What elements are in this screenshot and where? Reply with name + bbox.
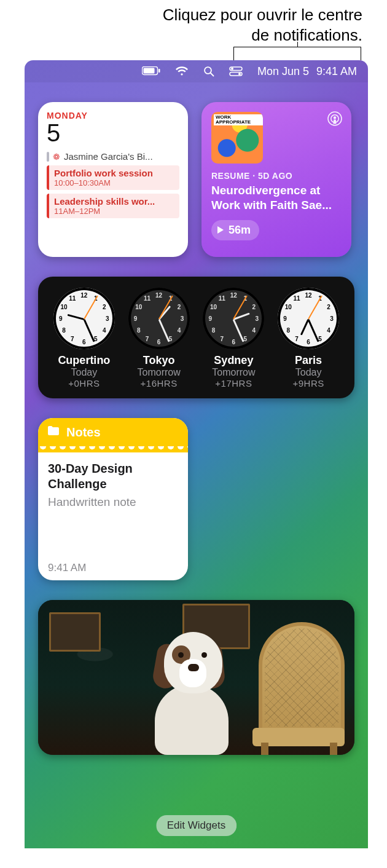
podcasts-app-icon	[327, 111, 343, 129]
event-title: Portfolio work session	[54, 168, 174, 178]
clock-offset-label: +9HRS	[292, 378, 324, 389]
clock-offset-label: +16HRS	[141, 378, 178, 389]
clock-day-label: Tomorrow	[138, 367, 181, 378]
help-caption: Cliquez pour ouvrir le centre de notific…	[0, 0, 387, 47]
clock-face: 123456789101112	[203, 288, 264, 349]
clock-city-label: Cupertino	[58, 354, 110, 367]
photo-wall-frame	[49, 612, 101, 652]
clock-day-label: Today	[71, 367, 98, 378]
podcast-artwork: WORK APPROPRIATE	[211, 112, 263, 164]
clock-day-label: Tomorrow	[212, 367, 255, 378]
world-clock-city: 123456789101112ParisToday+9HRS	[271, 288, 346, 389]
event-title: Leadership skills wor...	[54, 196, 174, 207]
svg-point-11	[334, 116, 336, 119]
callout-line	[233, 47, 361, 60]
spotlight-search-icon[interactable]	[203, 66, 214, 77]
svg-point-8	[238, 73, 241, 75]
event-time: 10:00–10:30AM	[54, 178, 174, 187]
menu-bar-clock[interactable]: Mon Jun 5 9:41 AM	[257, 65, 357, 78]
clock-offset-label: +0HRS	[68, 378, 100, 389]
calendar-event[interactable]: Portfolio work session 10:00–10:30AM	[47, 165, 179, 190]
world-clock-city: 123456789101112CupertinoToday+0HRS	[47, 288, 122, 389]
svg-point-6	[231, 68, 233, 70]
callout-line	[297, 42, 298, 47]
clock-city-label: Tokyo	[143, 354, 175, 367]
calendar-event[interactable]: Leadership skills wor... 11AM–12PM	[47, 194, 179, 218]
wifi-icon[interactable]	[175, 66, 189, 76]
clock-city-label: Sydney	[214, 354, 253, 367]
desktop-screen: Mon Jun 5 9:41 AM MONDAY 5 ❁ Jasmine Gar…	[25, 60, 368, 848]
edit-widgets-label: Edit Widgets	[167, 819, 225, 831]
notes-widget[interactable]: Notes 30-Day Design Challenge Handwritte…	[38, 418, 188, 580]
world-clock-widget[interactable]: 123456789101112CupertinoToday+0HRS123456…	[38, 277, 354, 398]
control-center-icon[interactable]	[229, 66, 243, 76]
caption-line: Cliquez pour ouvrir le centre	[25, 5, 362, 25]
calendar-allday-event: ❁ Jasmine Garcia's Bi...	[47, 151, 179, 162]
notes-header-title: Notes	[66, 425, 101, 440]
event-time: 11AM–12PM	[54, 207, 174, 216]
notes-tear-decoration	[38, 446, 188, 452]
note-title: 30-Day Design Challenge	[48, 461, 178, 492]
svg-point-3	[205, 67, 211, 74]
caption-line: de notifications.	[25, 25, 362, 45]
photo-chair	[244, 626, 348, 755]
battery-icon[interactable]	[142, 66, 160, 76]
clock-offset-label: +17HRS	[215, 378, 252, 389]
clock-face: 123456789101112	[128, 288, 190, 349]
photos-widget[interactable]	[38, 600, 354, 755]
clock-city-label: Paris	[295, 354, 322, 367]
clock-face: 123456789101112	[53, 288, 115, 349]
play-icon	[217, 226, 224, 234]
notes-folder-icon	[47, 425, 60, 440]
event-color-dot	[47, 152, 49, 162]
svg-line-4	[211, 73, 214, 76]
event-title: Jasmine Garcia's Bi...	[64, 151, 153, 162]
menu-bar-time: 9:41 AM	[316, 65, 357, 78]
podcast-episode-title: Neurodivergence at Work with Faith Sae..…	[211, 183, 342, 213]
calendar-day-number: 5	[47, 120, 179, 145]
edit-widgets-button[interactable]: Edit Widgets	[156, 815, 237, 836]
svg-rect-1	[143, 68, 154, 74]
calendar-widget[interactable]: MONDAY 5 ❁ Jasmine Garcia's Bi... Portfo…	[38, 102, 188, 257]
note-timestamp: 9:41 AM	[48, 562, 178, 574]
artwork-label: WORK APPROPRIATE	[214, 114, 263, 125]
podcast-duration: 56m	[229, 224, 251, 237]
note-subtitle: Handwritten note	[48, 495, 178, 509]
photo-dog	[130, 626, 253, 755]
birthday-icon: ❁	[53, 152, 60, 162]
calendar-day-label: MONDAY	[47, 111, 179, 120]
podcast-play-button[interactable]: 56m	[211, 220, 259, 240]
menu-bar-date: Mon Jun 5	[257, 65, 309, 78]
podcasts-widget[interactable]: WORK APPROPRIATE RESUME · 5D AGO Neurodi…	[201, 102, 351, 257]
world-clock-city: 123456789101112SydneyTomorrow+17HRS	[197, 288, 272, 389]
clock-day-label: Today	[295, 367, 322, 378]
podcast-meta: RESUME · 5D AGO	[211, 171, 342, 181]
notes-header: Notes	[38, 418, 188, 446]
world-clock-city: 123456789101112TokyoTomorrow+16HRS	[122, 288, 197, 389]
clock-face: 123456789101112	[278, 288, 339, 349]
svg-rect-2	[158, 69, 160, 73]
menu-bar: Mon Jun 5 9:41 AM	[25, 60, 368, 82]
